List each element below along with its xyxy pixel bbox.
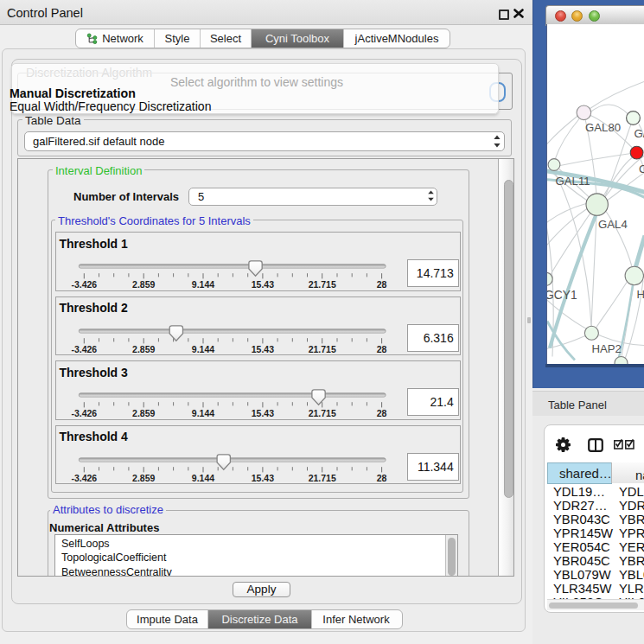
- svg-text:21.715: 21.715: [308, 408, 335, 418]
- svg-text:21.715: 21.715: [308, 344, 335, 354]
- svg-text:GA: GA: [634, 126, 644, 139]
- svg-text:-3.426: -3.426: [71, 279, 97, 290]
- svg-text:9.144: 9.144: [191, 473, 214, 483]
- svg-text:9.144: 9.144: [191, 344, 214, 354]
- svg-text:2.859: 2.859: [132, 279, 155, 290]
- svg-text:21.715: 21.715: [308, 279, 335, 290]
- svg-text:15.43: 15.43: [251, 408, 273, 418]
- svg-text:GCY1: GCY1: [547, 289, 577, 302]
- svg-text:GAL4: GAL4: [598, 217, 628, 230]
- svg-text:21.715: 21.715: [308, 473, 335, 483]
- svg-text:28: 28: [376, 279, 386, 290]
- svg-text:15.43: 15.43: [251, 473, 273, 483]
- svg-text:2.859: 2.859: [132, 344, 155, 354]
- svg-text:-3.426: -3.426: [71, 408, 97, 418]
- svg-text:2.859: 2.859: [132, 473, 155, 483]
- svg-text:-3.426: -3.426: [71, 344, 97, 354]
- svg-text:-3.426: -3.426: [71, 473, 97, 483]
- svg-text:HAP2: HAP2: [592, 342, 622, 355]
- svg-text:2.859: 2.859: [132, 408, 155, 418]
- svg-text:C: C: [639, 162, 644, 175]
- svg-text:9.144: 9.144: [191, 279, 214, 290]
- svg-text:15.43: 15.43: [251, 279, 273, 290]
- svg-text:GAL11: GAL11: [556, 174, 590, 187]
- svg-text:H: H: [637, 288, 644, 301]
- svg-text:9.144: 9.144: [191, 408, 214, 418]
- svg-text:28: 28: [376, 344, 386, 354]
- svg-text:15.43: 15.43: [251, 344, 273, 354]
- svg-text:28: 28: [376, 408, 386, 418]
- svg-text:28: 28: [376, 473, 386, 483]
- svg-text:GAL80: GAL80: [585, 121, 621, 134]
